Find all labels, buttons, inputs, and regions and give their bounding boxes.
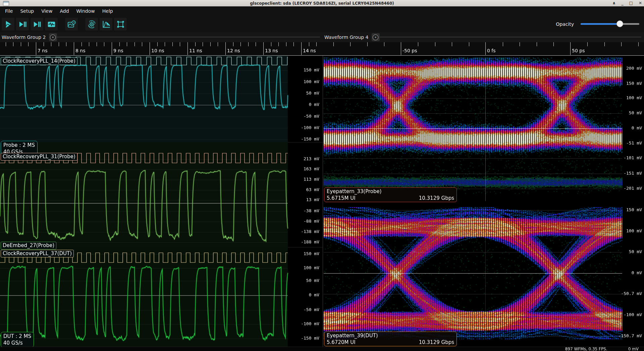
dut-capture-info-box[interactable]: DUT : 2 MS 40 GS/s (1, 332, 34, 347)
tab-close-icon: ✕ (50, 35, 56, 40)
force-trigger-button[interactable] (30, 17, 44, 31)
right-group-tabstrip: Waveform Group 4 ✕ (323, 32, 644, 42)
tab-label: Waveform Group 2 (2, 35, 46, 40)
menu-item-view[interactable]: View (38, 7, 56, 15)
channel-label-clockrecoverypll-31[interactable]: ClockRecoveryPLL_31(Probe) (1, 153, 77, 161)
status-bar: 897 WFMs, 0.35 FPS. 0 mV (0, 347, 644, 351)
shade-button[interactable]: ∧ (612, 0, 616, 6)
tabstrip-groove (380, 37, 641, 37)
channel-label-text: ClockRecoveryPLL_14(Probe) (3, 58, 75, 64)
refresh-settings-button[interactable] (85, 17, 98, 31)
capture-depth-text: Probe : 2 MS (3, 142, 35, 149)
channel-label-deembed-27[interactable]: DeEmbed_27(Probe) (1, 242, 56, 249)
opacity-control: Opacity (556, 16, 639, 32)
menu-item-window[interactable]: Window (73, 7, 99, 15)
filter-graph-button[interactable] (99, 17, 113, 31)
menu-item-setup[interactable]: Setup (16, 7, 38, 15)
timebase-button[interactable] (65, 17, 78, 31)
play-icon (4, 20, 13, 29)
single-trigger-icon (18, 20, 27, 29)
channel-label-clockrecoverypll-14[interactable]: ClockRecoveryPLL_14(Probe) (1, 57, 77, 65)
tab-waveform-group-4[interactable]: Waveform Group 4 ✕ (324, 33, 380, 41)
opacity-slider-knob[interactable] (616, 20, 623, 27)
eye-ui-count: 5.6715M UI (327, 195, 356, 201)
minimize-button[interactable]: _ (622, 0, 624, 6)
filter-graph-icon (102, 20, 111, 29)
menu-bar: FileSetupViewAddWindowHelp (0, 6, 644, 16)
channel-label-clockrecoverypll-37[interactable]: ClockRecoveryPLL_37(DUT) (1, 250, 74, 257)
force-trigger-icon (33, 20, 42, 29)
menu-item-file[interactable]: File (1, 7, 16, 15)
tab-close-icon: ✕ (373, 35, 378, 40)
opacity-label: Opacity (556, 21, 574, 27)
play-button[interactable] (1, 17, 15, 31)
channel-label-text: DeEmbed_27(Probe) (3, 242, 54, 248)
tabstrip-groove (56, 37, 320, 37)
toolbar: Opacity (0, 16, 644, 32)
tab-close-button[interactable]: ✕ (372, 33, 380, 41)
history-button[interactable] (45, 17, 58, 31)
fit-view-icon (116, 20, 125, 29)
menu-item-help[interactable]: Help (99, 7, 117, 15)
channel-label-text: ClockRecoveryPLL_37(DUT) (3, 250, 72, 256)
close-button[interactable]: ✕ (639, 0, 642, 6)
tab-label: Waveform Group 4 (324, 35, 369, 40)
eye-bitrate: 10.3129 Gbps (419, 339, 454, 346)
opacity-slider[interactable] (581, 23, 639, 25)
history-icon (47, 20, 56, 29)
left-group-tabstrip: Waveform Group 2 ✕ (0, 32, 323, 42)
fit-view-button[interactable] (114, 17, 127, 31)
window-title: glscopeclient: sda (LECROY SDA816ZI, ser… (0, 1, 644, 6)
titlebar[interactable]: glscopeclient: sda (LECROY SDA816ZI, ser… (0, 0, 644, 6)
eyepattern-33-info-box[interactable]: Eyepattern_33(Probe) 5.6715M UI 10.3129 … (324, 187, 457, 202)
opacity-slider-fill (581, 23, 620, 25)
eye-ui-count: 5.6720M UI (327, 339, 356, 346)
eyepattern-39-info-box[interactable]: Eyepattern_39(DUT) 5.6720M UI 10.3129 Gb… (324, 332, 457, 346)
waveform-plots-canvas[interactable] (0, 42, 323, 347)
glscopeclient-window: glscopeclient: sda (LECROY SDA816ZI, ser… (0, 0, 644, 351)
tab-close-button[interactable]: ✕ (49, 33, 57, 41)
eye-bitrate: 10.3129 Gbps (419, 195, 454, 201)
refresh-settings-icon (87, 20, 96, 29)
timebase-icon (67, 20, 76, 29)
channel-label-text: ClockRecoveryPLL_31(Probe) (3, 154, 75, 160)
maximize-button[interactable]: □ (629, 0, 633, 6)
cursor-voltage-readout: 0 mV (628, 347, 639, 351)
eye-label-text: Eyepattern_33(Probe) (327, 188, 454, 195)
eye-label-text: Eyepattern_39(DUT) (327, 332, 454, 339)
menu-item-add[interactable]: Add (56, 7, 72, 15)
single-trigger-button[interactable] (16, 17, 29, 31)
window-controls: ∧_□✕ (612, 0, 642, 6)
tab-waveform-group-2[interactable]: Waveform Group 2 ✕ (2, 33, 57, 41)
capture-depth-text: DUT : 2 MS (3, 333, 31, 340)
toolbar-buttons (1, 17, 127, 31)
waveform-fps-stats: 897 WFMs, 0.35 FPS. (565, 347, 607, 351)
sample-rate-text: 40 GS/s (3, 340, 31, 346)
